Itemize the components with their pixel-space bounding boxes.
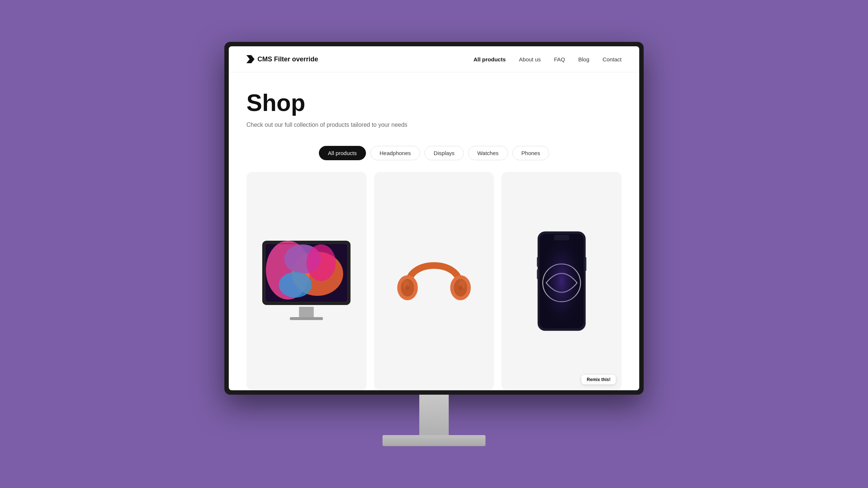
- svg-rect-24: [585, 257, 586, 271]
- svg-rect-25: [537, 257, 538, 267]
- filter-tab-all-products[interactable]: All products: [319, 146, 366, 160]
- logo-text: CMS Filter override: [257, 55, 318, 63]
- nav-logo[interactable]: CMS Filter override: [246, 55, 318, 63]
- monitor-stand-neck: [419, 395, 449, 435]
- filter-tab-phones[interactable]: Phones: [512, 146, 549, 160]
- nav: CMS Filter override All products About u…: [229, 46, 639, 72]
- filter-tab-watches[interactable]: Watches: [468, 146, 508, 160]
- svg-rect-26: [537, 269, 538, 279]
- svg-point-7: [279, 272, 312, 298]
- nav-links: All products About us FAQ Blog Contact: [474, 56, 622, 62]
- product-image-phone: [501, 172, 622, 390]
- product-card-headphones[interactable]: [374, 172, 494, 390]
- nav-link-about[interactable]: About us: [519, 56, 541, 62]
- monitor-screen: CMS Filter override All products About u…: [229, 46, 639, 390]
- hero-section: Shop Check out our full collection of pr…: [229, 72, 639, 140]
- filter-tabs: All products Headphones Displays Watches…: [229, 140, 639, 172]
- logo-icon: [246, 55, 255, 63]
- filter-tab-headphones[interactable]: Headphones: [370, 146, 420, 160]
- svg-rect-23: [540, 234, 583, 329]
- product-image-display: [246, 172, 367, 390]
- hero-subtitle: Check out our full collection of product…: [246, 122, 622, 128]
- nav-link-faq[interactable]: FAQ: [554, 56, 565, 62]
- svg-rect-0: [299, 307, 314, 317]
- svg-point-16: [405, 286, 410, 290]
- product-image-headphones: [374, 172, 494, 390]
- remix-badge: Remix this!: [581, 375, 616, 384]
- filter-tab-displays[interactable]: Displays: [424, 146, 464, 160]
- nav-link-all-products[interactable]: All products: [474, 56, 506, 62]
- svg-point-17: [458, 286, 463, 290]
- products-grid: Remix this!: [229, 172, 639, 390]
- product-card-display[interactable]: [246, 172, 367, 390]
- monitor-frame: CMS Filter override All products About u…: [224, 42, 644, 395]
- nav-link-blog[interactable]: Blog: [578, 56, 589, 62]
- monitor-stand-base: [383, 435, 485, 446]
- nav-link-contact[interactable]: Contact: [602, 56, 622, 62]
- svg-rect-1: [290, 317, 323, 320]
- svg-point-8: [306, 244, 336, 281]
- product-card-phone[interactable]: Remix this!: [501, 172, 622, 390]
- page-title: Shop: [246, 90, 622, 116]
- monitor-wrapper: CMS Filter override All products About u…: [224, 42, 644, 446]
